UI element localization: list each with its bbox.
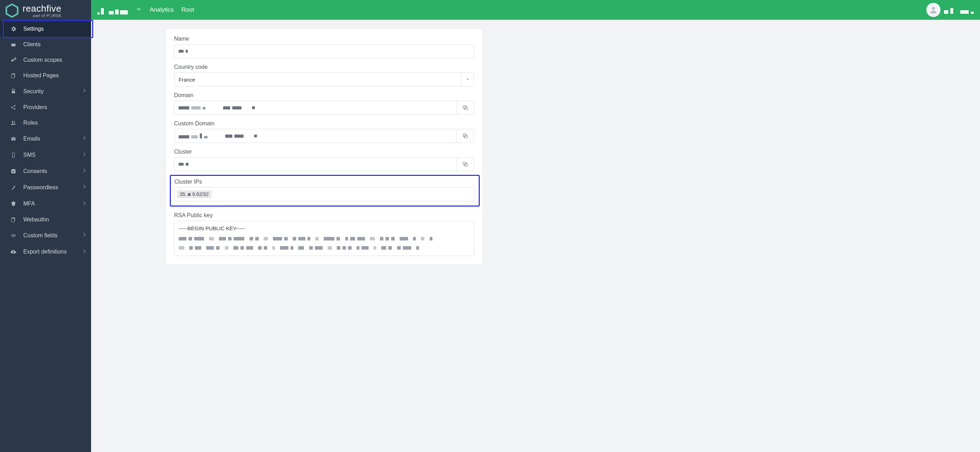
brand-name: reachfive <box>22 4 61 13</box>
svg-marker-1 <box>6 4 18 17</box>
sidebar-label-settings: Settings <box>23 26 85 32</box>
label-cluster-ips: Cluster IPs <box>174 179 475 185</box>
svg-rect-18 <box>11 218 14 222</box>
sidebar-label-custom-fields: Custom fields <box>23 232 75 239</box>
chevron-down-icon[interactable] <box>135 6 142 14</box>
select-country-value: France <box>179 76 195 83</box>
sidebar-item-export-definitions[interactable]: Export definitions <box>0 244 91 260</box>
sidebar-item-hosted-pages[interactable]: Hosted Pages <box>0 68 91 83</box>
label-country: Country code <box>174 64 474 70</box>
sidebar-item-mfa[interactable]: MFA <box>0 196 91 212</box>
sidebar-item-emails[interactable]: Emails <box>0 131 91 147</box>
topnav-analytics[interactable]: Analytics <box>150 6 174 13</box>
share-icon <box>10 104 17 111</box>
cluster-ips-section-highlight: Cluster IPs 35.9.62/32 <box>170 175 480 207</box>
sidebar-item-custom-fields[interactable]: Custom fields <box>0 228 91 244</box>
sidebar-label-clients: Clients <box>23 41 85 48</box>
svg-point-11 <box>12 121 14 123</box>
phone-icon <box>10 151 17 159</box>
sidebar-label-webauthn: Webauthn <box>23 216 85 223</box>
brand-logo-block: reachfive part of P▢RSE <box>0 0 91 21</box>
sidebar-item-providers[interactable]: Providers <box>0 100 91 115</box>
chevron-down-icon <box>461 73 474 86</box>
account-selector-redacted[interactable] <box>97 5 128 14</box>
sidebar-label-consents: Consents <box>23 168 75 174</box>
envelope-icon <box>10 135 17 142</box>
sidebar-item-settings[interactable]: Settings <box>0 21 91 37</box>
sidebar-label-sms: SMS <box>23 152 75 158</box>
sidebar-label-security: Security <box>23 88 75 95</box>
topnav-root[interactable]: Root <box>181 6 194 13</box>
sidebar-item-webauthn[interactable]: Webauthn <box>0 212 91 228</box>
clients-icon <box>10 41 17 48</box>
sidebar-label-mfa: MFA <box>23 201 75 207</box>
chevron-right-icon <box>81 151 85 159</box>
cloud-upload-icon <box>10 248 17 255</box>
content-scroll: Name Country code France Domain <box>91 20 980 452</box>
sidebar: reachfive part of P▢RSE Settings Clients… <box>0 0 91 452</box>
chevron-right-icon <box>81 232 85 239</box>
topbar: Analytics Root <box>91 0 980 20</box>
sidebar-label-export-definitions: Export definitions <box>23 248 75 255</box>
user-avatar[interactable] <box>926 3 940 17</box>
code-icon <box>10 232 17 239</box>
cluster-ip-tag[interactable]: 35.9.62/32 <box>177 190 212 198</box>
sidebar-label-emails: Emails <box>23 135 75 142</box>
input-cluster-ips[interactable]: 35.9.62/32 <box>174 187 475 201</box>
pages-icon <box>10 72 17 79</box>
svg-point-19 <box>932 7 935 10</box>
chevron-right-icon <box>81 200 85 208</box>
sidebar-item-sms[interactable]: SMS <box>0 147 91 163</box>
chevron-right-icon <box>81 88 85 95</box>
sidebar-item-consents[interactable]: Consents <box>0 163 91 179</box>
svg-rect-3 <box>11 43 16 44</box>
users-icon <box>10 119 17 126</box>
chevron-right-icon <box>81 248 85 256</box>
label-cluster: Cluster <box>174 149 474 155</box>
user-menu-redacted[interactable] <box>944 6 974 14</box>
svg-point-15 <box>13 156 14 157</box>
chevron-right-icon <box>81 167 85 175</box>
svg-point-12 <box>14 121 15 123</box>
svg-rect-6 <box>11 74 14 78</box>
check-square-icon <box>10 168 17 175</box>
main-area: Analytics Root Name Country code <box>91 0 980 452</box>
label-domain: Domain <box>174 92 474 99</box>
input-name[interactable] <box>174 44 474 58</box>
shield-icon <box>10 200 17 207</box>
copy-domain-button[interactable] <box>457 101 474 115</box>
sidebar-label-passwordless: Passwordless <box>23 184 75 191</box>
input-custom-domain[interactable] <box>174 129 457 143</box>
settings-card: Name Country code France Domain <box>165 28 483 265</box>
chevron-right-icon <box>81 135 85 143</box>
sidebar-item-passwordless[interactable]: Passwordless <box>0 179 91 196</box>
chevron-right-icon <box>81 184 85 191</box>
sidebar-item-custom-scopes[interactable]: Custom scopes <box>0 52 91 68</box>
key-icon <box>10 56 17 64</box>
textarea-rsa[interactable]: -----BEGIN PUBLIC KEY----- <box>174 221 474 256</box>
gear-icon <box>10 25 17 32</box>
wand-icon <box>10 184 17 191</box>
brand-logo-icon <box>5 3 19 18</box>
sidebar-label-providers: Providers <box>23 104 85 111</box>
select-country[interactable]: France <box>174 72 474 86</box>
svg-rect-16 <box>11 169 16 173</box>
label-name: Name <box>174 36 474 42</box>
lock-icon <box>10 88 17 95</box>
svg-point-4 <box>11 60 13 62</box>
sidebar-item-clients[interactable]: Clients <box>0 37 91 52</box>
copy-cluster-button[interactable] <box>457 157 474 171</box>
sidebar-label-custom-scopes: Custom scopes <box>23 57 85 63</box>
input-cluster[interactable] <box>174 157 457 171</box>
input-domain[interactable] <box>174 101 457 115</box>
sidebar-label-roles: Roles <box>23 120 85 126</box>
pages-icon <box>10 216 17 223</box>
sidebar-nav: Settings Clients Custom scopes Hosted Pa… <box>0 21 91 260</box>
sidebar-item-roles[interactable]: Roles <box>0 115 91 131</box>
sidebar-label-hosted-pages: Hosted Pages <box>23 72 85 79</box>
sidebar-item-security[interactable]: Security <box>0 83 91 100</box>
brand-tagline: part of P▢RSE <box>22 14 61 18</box>
label-rsa: RSA Public key <box>174 212 474 219</box>
copy-custom-domain-button[interactable] <box>457 129 474 143</box>
label-custom-domain: Custom Domain <box>174 120 474 127</box>
